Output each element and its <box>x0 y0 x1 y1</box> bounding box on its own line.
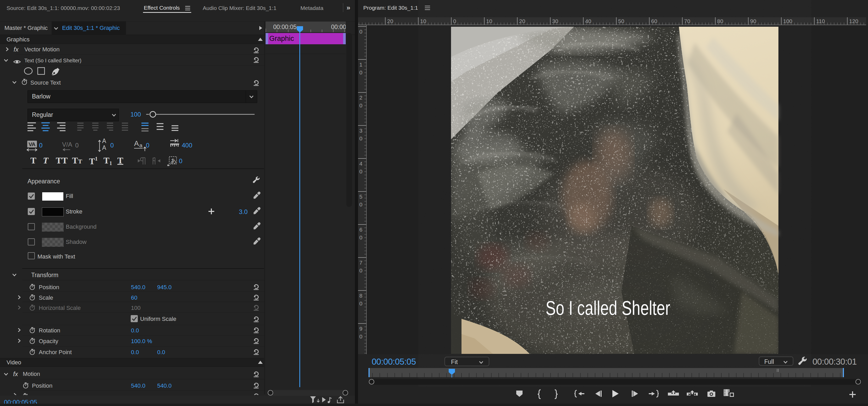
svg-text:0: 0 <box>359 29 363 35</box>
svg-text:2: 2 <box>359 95 363 101</box>
svg-text:90: 90 <box>750 18 756 24</box>
svg-text:0: 0 <box>359 102 363 108</box>
svg-text:0: 0 <box>359 168 363 175</box>
svg-text:0: 0 <box>359 334 363 340</box>
svg-text:4: 4 <box>359 161 363 166</box>
svg-text:80: 80 <box>717 18 723 24</box>
svg-text:9: 9 <box>359 325 363 332</box>
svg-text:8: 8 <box>359 292 363 299</box>
svg-text:5: 5 <box>359 194 363 199</box>
svg-text:110: 110 <box>816 18 825 24</box>
svg-text:0: 0 <box>359 301 363 307</box>
svg-text:10: 10 <box>420 18 426 24</box>
svg-text:0: 0 <box>453 18 456 24</box>
svg-text:100: 100 <box>783 18 792 24</box>
svg-text:3: 3 <box>359 128 363 133</box>
svg-text:0: 0 <box>359 201 363 208</box>
svg-text:60: 60 <box>651 18 657 24</box>
svg-text:7: 7 <box>359 259 363 266</box>
svg-text:70: 70 <box>684 18 690 24</box>
svg-text:20: 20 <box>387 18 393 24</box>
svg-text:あ: あ <box>170 157 177 164</box>
svg-text:50: 50 <box>618 18 624 24</box>
svg-text:30: 30 <box>552 18 558 24</box>
svg-text:1: 1 <box>359 62 363 68</box>
svg-text:0: 0 <box>359 69 363 75</box>
svg-text:20: 20 <box>519 18 525 24</box>
svg-text:10: 10 <box>486 18 492 24</box>
svg-text:0: 0 <box>359 135 363 142</box>
svg-text:0: 0 <box>359 235 363 241</box>
svg-text:120: 120 <box>849 18 858 24</box>
svg-text:0: 0 <box>359 268 363 274</box>
svg-text:6: 6 <box>359 226 363 232</box>
svg-text:40: 40 <box>585 18 591 24</box>
